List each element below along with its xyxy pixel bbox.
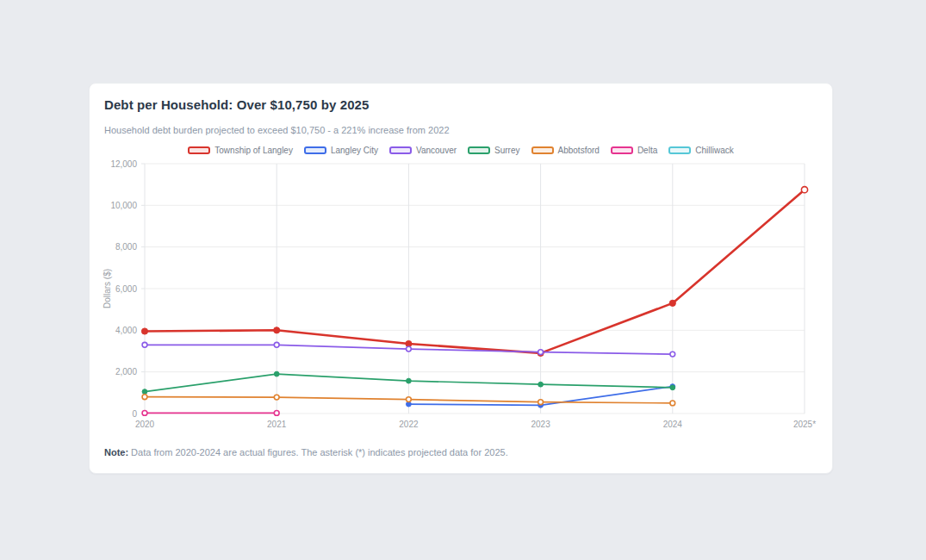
legend-label: Surrey <box>494 146 519 155</box>
data-point-vancouver-2024 <box>670 352 675 357</box>
chart-subtitle: Household debt burden projected to excee… <box>104 125 450 135</box>
legend-swatch-township-of-langley <box>188 146 210 154</box>
legend-swatch-abbotsford <box>531 146 554 154</box>
legend-item-township-of-langley[interactable]: Township of Langley <box>188 146 293 155</box>
legend-label: Vancouver <box>416 146 457 155</box>
data-point-surrey-2021 <box>274 371 279 376</box>
data-point-township-of-langley-2024 <box>669 300 675 306</box>
data-point-vancouver-2023 <box>538 350 544 355</box>
data-point-township-of-langley-2020 <box>141 328 147 334</box>
data-point-abbotsford-2021 <box>274 395 279 400</box>
svg-text:2020: 2020 <box>135 420 155 429</box>
legend-label: Township of Langley <box>214 146 293 155</box>
svg-text:4,000: 4,000 <box>115 326 137 335</box>
legend-label: Chilliwack <box>695 146 733 155</box>
legend-item-abbotsford[interactable]: Abbotsford <box>531 146 600 155</box>
y-axis-label: Dollars ($) <box>103 269 112 308</box>
footnote: Note:Data from 2020-2024 are actual figu… <box>104 447 508 457</box>
legend-item-surrey[interactable]: Surrey <box>468 146 519 155</box>
svg-text:2024: 2024 <box>663 420 683 429</box>
legend-label: Langley City <box>331 146 378 155</box>
data-point-delta-2020 <box>142 411 147 416</box>
svg-text:2,000: 2,000 <box>115 367 137 376</box>
legend-item-delta[interactable]: Delta <box>611 146 657 155</box>
svg-text:6,000: 6,000 <box>115 284 137 294</box>
legend-label: Delta <box>637 146 657 155</box>
chart-area: 02,0004,0006,0008,00010,00012,0002020202… <box>98 158 817 436</box>
svg-text:8,000: 8,000 <box>115 242 137 252</box>
data-point-surrey-2022 <box>407 378 412 383</box>
svg-text:0: 0 <box>132 409 137 419</box>
svg-text:2025*: 2025* <box>793 420 816 429</box>
chart-card: Debt per Household: Over $10,750 by 2025… <box>89 83 833 474</box>
series-delta <box>142 411 279 416</box>
data-point-abbotsford-2023 <box>538 400 544 405</box>
data-point-surrey-2023 <box>538 382 544 387</box>
svg-text:2021: 2021 <box>267 420 287 429</box>
debt-line-chart: 02,0004,0006,0008,00010,00012,0002020202… <box>98 158 817 436</box>
svg-text:10,000: 10,000 <box>110 201 137 210</box>
data-point-abbotsford-2020 <box>142 395 147 400</box>
legend-swatch-chilliwack <box>668 146 691 154</box>
legend-item-chilliwack[interactable]: Chilliwack <box>668 146 733 155</box>
data-point-vancouver-2020 <box>142 342 147 347</box>
data-point-vancouver-2022 <box>407 346 412 352</box>
data-point-township-of-langley-2021 <box>274 327 280 333</box>
legend-swatch-vancouver <box>389 146 412 154</box>
data-point-abbotsford-2024 <box>670 401 675 406</box>
footnote-label: Note: <box>104 447 128 457</box>
data-point-abbotsford-2022 <box>407 397 412 402</box>
data-point-township-of-langley-2025* <box>801 187 807 193</box>
page-title: Debt per Household: Over $10,750 by 2025 <box>104 97 369 112</box>
footnote-text: Data from 2020-2024 are actual figures. … <box>131 447 508 457</box>
svg-text:2022: 2022 <box>399 420 419 429</box>
data-point-surrey-2024 <box>670 385 675 390</box>
data-point-surrey-2020 <box>142 389 147 395</box>
legend-item-langley-city[interactable]: Langley City <box>304 146 378 155</box>
data-point-delta-2021 <box>274 411 279 416</box>
svg-text:2023: 2023 <box>531 420 550 429</box>
series-township-of-langley <box>141 187 807 357</box>
legend-swatch-surrey <box>468 146 490 154</box>
svg-text:12,000: 12,000 <box>110 159 137 169</box>
legend-item-vancouver[interactable]: Vancouver <box>389 146 457 155</box>
gridlines: 02,0004,0006,0008,00010,00012,0002020202… <box>110 159 816 430</box>
data-point-vancouver-2021 <box>274 342 279 347</box>
legend-label: Abbotsford <box>558 146 600 155</box>
legend-swatch-delta <box>611 146 633 154</box>
legend-swatch-langley-city <box>304 146 326 154</box>
chart-legend: Township of LangleyLangley CityVancouver… <box>90 146 832 155</box>
